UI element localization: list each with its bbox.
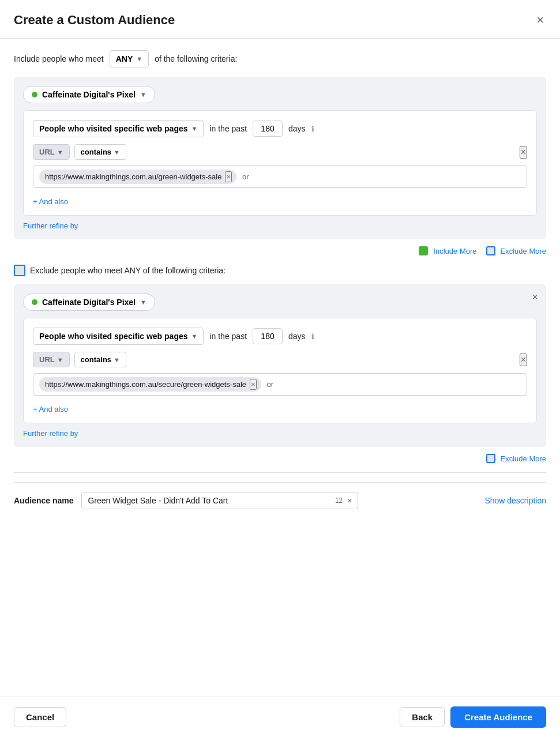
- include-suffix-text: of the following criteria:: [155, 54, 237, 63]
- exclude-more-row: Exclude More: [14, 454, 546, 463]
- include-prefix-text: Include people who meet: [14, 54, 104, 63]
- include-more-button[interactable]: Include More: [419, 246, 476, 255]
- exclude-days-input[interactable]: [253, 328, 283, 344]
- cancel-button[interactable]: Cancel: [14, 707, 66, 727]
- exclude-contains-button[interactable]: contains ▼: [74, 352, 126, 367]
- include-or-label: or: [242, 172, 249, 181]
- exclude-contains-label: contains: [81, 355, 111, 364]
- include-pixel-dropdown-button[interactable]: Caffeinate Digital's Pixel ▼: [23, 86, 155, 103]
- body-divider: [14, 472, 546, 473]
- include-url-label: URL: [39, 148, 55, 156]
- include-more-icon: [419, 246, 428, 255]
- modal-footer: Cancel Back Create Audience: [0, 697, 560, 737]
- exclude-rule-top-row: People who visited specific web pages ▼ …: [33, 328, 527, 345]
- include-url-tag: https://www.makingthings.com.au/green-wi…: [39, 170, 236, 184]
- include-criteria-row: Include people who meet ANY ▼ of the fol…: [14, 50, 546, 67]
- include-event-dropdown-button[interactable]: People who visited specific web pages ▼: [33, 120, 204, 137]
- audience-name-row: Audience name 12 × Show description: [14, 482, 546, 518]
- include-contains-button[interactable]: contains ▼: [74, 144, 126, 160]
- exclude-days-label: days: [288, 332, 306, 341]
- modal-close-button[interactable]: ×: [534, 12, 546, 29]
- modal-title: Create a Custom Audience: [14, 13, 175, 28]
- show-description-button[interactable]: Show description: [484, 496, 546, 505]
- audience-name-clear-button[interactable]: ×: [347, 496, 352, 505]
- exclude-in-past-text: in the past: [209, 332, 247, 341]
- include-contains-chevron-icon: ▼: [114, 149, 120, 156]
- exclude-section-close-button[interactable]: ×: [532, 291, 538, 303]
- audience-name-input[interactable]: [88, 496, 330, 505]
- modal-header: Create a Custom Audience ×: [0, 0, 560, 39]
- create-audience-button[interactable]: Create Audience: [450, 706, 546, 728]
- any-dropdown-button[interactable]: ANY ▼: [110, 50, 149, 67]
- exclude-url-button[interactable]: URL ▼: [33, 352, 70, 367]
- include-url-button[interactable]: URL ▼: [33, 144, 70, 160]
- audience-name-input-wrap: 12 ×: [81, 492, 358, 509]
- include-rule-top-row: People who visited specific web pages ▼ …: [33, 120, 527, 137]
- action-links-row: Include More Exclude More: [14, 246, 546, 255]
- exclude-event-chevron-icon: ▼: [191, 333, 198, 340]
- create-audience-modal: Create a Custom Audience × Include peopl…: [0, 0, 560, 737]
- exclude-url-filter-row: URL ▼ contains ▼ ×: [33, 352, 527, 367]
- exclude-event-label: People who visited specific web pages: [39, 332, 188, 341]
- exclude-further-refine-link[interactable]: Further refine by: [23, 429, 78, 438]
- include-and-also-link[interactable]: + And also: [33, 197, 68, 206]
- audience-name-char-count: 12: [335, 497, 343, 505]
- exclude-pixel-status-dot: [32, 299, 37, 305]
- exclude-url-label: URL: [39, 355, 55, 364]
- exclude-url-chevron-icon: ▼: [57, 356, 63, 363]
- exclude-pixel-chevron-icon: ▼: [140, 299, 146, 306]
- include-url-filter-close-button[interactable]: ×: [520, 146, 527, 159]
- exclude-pixel-dropdown-button[interactable]: Caffeinate Digital's Pixel ▼: [23, 294, 155, 311]
- include-event-chevron-icon: ▼: [191, 125, 198, 132]
- exclude-section-card: × Caffeinate Digital's Pixel ▼ People wh…: [14, 284, 546, 447]
- exclude-event-dropdown-button[interactable]: People who visited specific web pages ▼: [33, 328, 204, 345]
- exclude-header-text: Exclude people who meet ANY of the follo…: [30, 266, 225, 275]
- exclude-or-label: or: [267, 380, 274, 389]
- exclude-more-top-icon: [486, 246, 495, 255]
- include-url-chevron-icon: ▼: [57, 149, 63, 156]
- exclude-more-bottom-icon: [486, 454, 495, 463]
- exclude-header-icon: [14, 265, 25, 276]
- exclude-and-also-link[interactable]: + And also: [33, 405, 68, 413]
- footer-right: Back Create Audience: [400, 706, 546, 728]
- include-section-card: Caffeinate Digital's Pixel ▼ People who …: [14, 77, 546, 239]
- exclude-rule-box: People who visited specific web pages ▼ …: [23, 318, 537, 423]
- include-days-input[interactable]: [253, 121, 283, 137]
- exclude-more-bottom-button[interactable]: Exclude More: [486, 454, 546, 463]
- exclude-url-filter-close-button[interactable]: ×: [520, 354, 527, 366]
- exclude-more-bottom-label: Exclude More: [501, 454, 546, 463]
- exclude-days-info-icon: ℹ: [311, 332, 314, 341]
- exclude-url-input-row[interactable]: https://www.makingthings.com.au/secure/g…: [33, 373, 527, 396]
- include-more-label: Include More: [433, 247, 476, 255]
- modal-body: Include people who meet ANY ▼ of the fol…: [0, 39, 560, 697]
- include-contains-label: contains: [81, 148, 111, 156]
- exclude-url-value: https://www.makingthings.com.au/secure/g…: [45, 380, 246, 389]
- include-rule-box: People who visited specific web pages ▼ …: [23, 110, 537, 216]
- exclude-section-header: Exclude people who meet ANY of the follo…: [14, 265, 546, 276]
- include-days-label: days: [288, 124, 306, 133]
- exclude-more-top-button[interactable]: Exclude More: [486, 246, 546, 255]
- exclude-url-tag: https://www.makingthings.com.au/secure/g…: [39, 377, 261, 392]
- exclude-more-top-label: Exclude More: [501, 247, 546, 255]
- any-label: ANY: [116, 54, 133, 63]
- exclude-pixel-name: Caffeinate Digital's Pixel: [42, 298, 136, 307]
- include-url-filter-row: URL ▼ contains ▼ ×: [33, 144, 527, 160]
- back-button[interactable]: Back: [400, 707, 445, 727]
- exclude-url-tag-close-button[interactable]: ×: [250, 379, 257, 390]
- audience-name-label: Audience name: [14, 496, 73, 505]
- include-further-refine-link[interactable]: Further refine by: [23, 221, 78, 230]
- include-pixel-chevron-icon: ▼: [140, 91, 146, 98]
- include-event-label: People who visited specific web pages: [39, 124, 188, 133]
- include-pixel-name: Caffeinate Digital's Pixel: [42, 90, 136, 99]
- include-days-info-icon: ℹ: [311, 125, 314, 133]
- include-url-tag-close-button[interactable]: ×: [225, 171, 232, 182]
- exclude-contains-chevron-icon: ▼: [114, 356, 120, 363]
- include-in-past-text: in the past: [209, 124, 247, 133]
- include-pixel-status-dot: [32, 92, 37, 97]
- include-url-input-row[interactable]: https://www.makingthings.com.au/green-wi…: [33, 166, 527, 188]
- any-chevron-icon: ▼: [136, 55, 142, 62]
- include-url-value: https://www.makingthings.com.au/green-wi…: [45, 172, 221, 181]
